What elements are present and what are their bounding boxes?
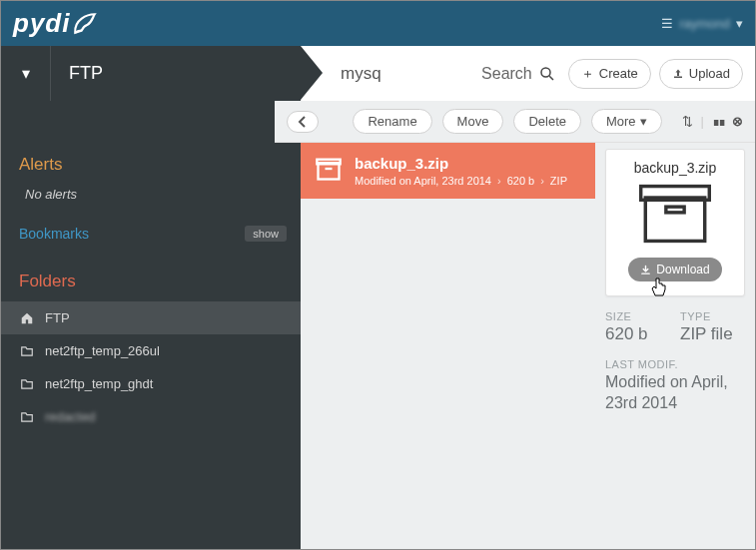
type-value: ZIP file	[680, 324, 745, 344]
rename-button[interactable]: Rename	[353, 109, 431, 134]
app-logo: pydi	[13, 8, 98, 39]
svg-rect-7	[666, 207, 684, 213]
upload-button[interactable]: Upload	[659, 59, 743, 89]
grid-view-icon[interactable]: ∎∎	[712, 114, 724, 129]
archive-icon	[614, 182, 736, 250]
breadcrumb[interactable]: mysq	[341, 64, 469, 84]
lastmod-label: LAST MODIF.	[605, 358, 745, 370]
menu-icon: ☰	[661, 16, 673, 31]
download-button[interactable]: Download	[628, 258, 721, 281]
download-label: Download	[656, 263, 709, 276]
size-label: SIZE	[605, 310, 670, 322]
sidebar: Alerts No alerts Bookmarks show Folders …	[1, 143, 301, 549]
folder-icon	[19, 344, 35, 358]
tree-label: net2ftp_temp_266ul	[45, 343, 160, 358]
feather-icon	[72, 11, 98, 37]
lastmod-value: Modified on April, 23rd 2014	[605, 372, 745, 414]
archive-icon	[315, 155, 343, 187]
detail-card: backup_3.zip Download	[605, 149, 745, 296]
tree-item-folder[interactable]: net2ftp_temp_ghdt	[1, 367, 301, 400]
tree-item-folder[interactable]: net2ftp_temp_266ul	[1, 334, 301, 367]
file-meta: Modified on April, 23rd 2014› 620 b› ZIP	[355, 175, 567, 187]
svg-rect-5	[645, 198, 704, 241]
tree-label: FTP	[45, 310, 70, 325]
download-icon	[640, 265, 651, 275]
upload-icon	[672, 68, 684, 80]
create-label: Create	[599, 66, 638, 81]
workspace-label: FTP	[51, 63, 301, 84]
breadcrumb-bar: mysq Search ＋ Create Upload	[301, 46, 755, 101]
back-button[interactable]	[287, 111, 319, 133]
workspace-selector[interactable]: ▾ FTP	[1, 46, 301, 101]
bookmarks-label: Bookmarks	[19, 226, 89, 242]
detail-filename: backup_3.zip	[614, 160, 736, 176]
detail-panel: backup_3.zip Download SIZE TYPE 620 b ZI…	[595, 143, 755, 549]
view-controls: ⇅ | ∎∎ ⊗	[682, 114, 743, 129]
folder-icon	[19, 377, 35, 391]
upload-label: Upload	[689, 66, 730, 81]
chevron-down-icon: ▾	[736, 16, 743, 31]
file-list: backup_3.zip Modified on April, 23rd 201…	[301, 143, 595, 549]
chevron-left-icon	[298, 116, 308, 128]
sidebar-bookmarks-header[interactable]: Bookmarks show	[1, 216, 301, 254]
cursor-icon	[650, 277, 668, 297]
no-alerts-text: No alerts	[1, 181, 301, 216]
tree-item-ftp[interactable]: FTP	[1, 301, 301, 334]
move-button[interactable]: Move	[442, 109, 504, 134]
app-header: pydi ☰ raymond ▾	[1, 1, 755, 46]
more-label: More	[606, 114, 636, 129]
type-label: TYPE	[680, 310, 745, 322]
content-area: backup_3.zip Modified on April, 23rd 201…	[301, 143, 755, 549]
user-menu[interactable]: ☰ raymond ▾	[661, 16, 743, 31]
tree-label: net2ftp_temp_ghdt	[45, 376, 153, 391]
sort-toggle[interactable]: ⇅	[682, 114, 693, 129]
sidebar-alerts-header[interactable]: Alerts	[1, 143, 301, 181]
svg-rect-2	[319, 163, 340, 179]
chevron-down-icon: ▾	[640, 114, 647, 129]
logo-text: pydi	[13, 8, 70, 39]
size-value: 620 b	[605, 324, 670, 344]
username: raymond	[679, 16, 730, 31]
tree-item-folder[interactable]: redacted	[1, 400, 301, 433]
search-label: Search	[481, 65, 532, 83]
bookmarks-show-toggle[interactable]: show	[245, 226, 287, 242]
home-icon	[19, 311, 35, 325]
workspace-bar: ▾ FTP mysq Search ＋ Create Upload	[1, 46, 755, 101]
file-name: backup_3.zip	[355, 155, 567, 172]
delete-button[interactable]: Delete	[513, 109, 581, 134]
search-icon	[538, 65, 556, 83]
main-area: Alerts No alerts Bookmarks show Folders …	[1, 143, 755, 549]
close-detail-icon[interactable]: ⊗	[732, 114, 743, 129]
svg-line-1	[549, 76, 553, 80]
tree-label: redacted	[45, 409, 96, 424]
folder-icon	[19, 410, 35, 424]
toolbar-row: Rename Move Delete More ▾ ⇅ | ∎∎ ⊗	[1, 101, 755, 143]
plus-icon: ＋	[581, 65, 594, 83]
create-button[interactable]: ＋ Create	[568, 59, 651, 89]
search-box[interactable]: Search	[481, 65, 556, 83]
svg-point-0	[541, 68, 550, 77]
more-button[interactable]: More ▾	[591, 109, 662, 134]
sidebar-folders-header[interactable]: Folders	[1, 254, 301, 301]
detail-meta: SIZE TYPE 620 b ZIP file LAST MODIF. Mod…	[605, 310, 745, 414]
workspace-caret[interactable]: ▾	[1, 46, 51, 101]
file-row[interactable]: backup_3.zip Modified on April, 23rd 201…	[301, 143, 595, 199]
